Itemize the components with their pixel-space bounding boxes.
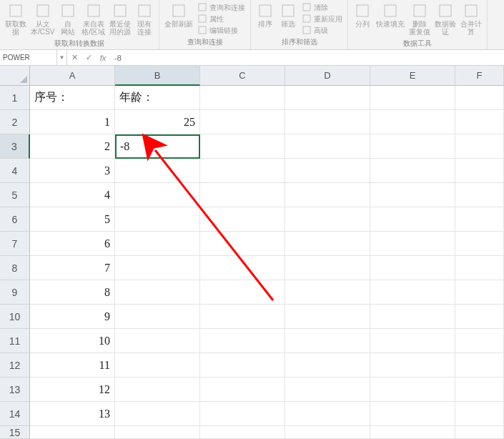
cell-D4[interactable]: [285, 159, 370, 183]
cell-C1[interactable]: [200, 86, 285, 110]
cell-F6[interactable]: [455, 207, 504, 232]
text-to-cols-button[interactable]: 分列: [351, 1, 374, 29]
cell-C6[interactable]: [200, 207, 285, 232]
cell-B5[interactable]: [115, 183, 200, 207]
column-header-E[interactable]: E: [370, 66, 455, 86]
cell-F11[interactable]: [455, 329, 504, 353]
existing-conn-button[interactable]: 现有 连接: [133, 1, 156, 37]
sort-button[interactable]: 排序: [254, 1, 277, 29]
column-header-B[interactable]: B: [115, 66, 200, 86]
row-header-6[interactable]: 6: [0, 207, 30, 232]
cell-C8[interactable]: [200, 256, 285, 280]
cell-E15[interactable]: [370, 426, 455, 439]
cell-B7[interactable]: [115, 232, 200, 256]
row-header-10[interactable]: 10: [0, 305, 30, 329]
column-header-C[interactable]: C: [200, 66, 285, 86]
properties-button[interactable]: 属性: [195, 13, 247, 24]
cell-A1[interactable]: 序号：: [30, 86, 115, 110]
cell-A9[interactable]: 8: [30, 280, 115, 305]
cell-F13[interactable]: [455, 378, 504, 402]
column-header-D[interactable]: D: [285, 66, 370, 86]
row-header-7[interactable]: 7: [0, 232, 30, 256]
cell-D6[interactable]: [285, 207, 370, 232]
from-web-button[interactable]: 自 网站: [56, 1, 79, 37]
row-header-5[interactable]: 5: [0, 183, 30, 207]
cell-E3[interactable]: [370, 134, 455, 159]
formula-input[interactable]: -8: [110, 54, 504, 62]
cell-B13[interactable]: [115, 378, 200, 402]
cells-area[interactable]: 序号：年龄：1252-8345678910111213: [30, 86, 504, 439]
remove-dup-button[interactable]: 删除 重复值: [407, 1, 433, 37]
cell-E13[interactable]: [370, 378, 455, 402]
confirm-edit-button[interactable]: ✓: [81, 53, 96, 62]
cell-D7[interactable]: [285, 232, 370, 256]
cell-A2[interactable]: 1: [30, 110, 115, 134]
cell-B14[interactable]: [115, 402, 200, 426]
row-header-11[interactable]: 11: [0, 329, 30, 353]
row-header-1[interactable]: 1: [0, 86, 30, 110]
cell-C5[interactable]: [200, 183, 285, 207]
cell-E2[interactable]: [370, 110, 455, 134]
cell-A15[interactable]: [30, 426, 115, 439]
cell-D2[interactable]: [285, 110, 370, 134]
queries-conn-button[interactable]: 查询和连接: [195, 1, 247, 13]
row-header-2[interactable]: 2: [0, 110, 30, 134]
cell-C12[interactable]: [200, 353, 285, 378]
filter-button[interactable]: 筛选: [277, 1, 300, 29]
cell-D9[interactable]: [285, 280, 370, 305]
cell-C11[interactable]: [200, 329, 285, 353]
cell-E1[interactable]: [370, 86, 455, 110]
cell-D15[interactable]: [285, 426, 370, 439]
cell-E5[interactable]: [370, 183, 455, 207]
cell-D10[interactable]: [285, 305, 370, 329]
cell-B6[interactable]: [115, 207, 200, 232]
cell-F15[interactable]: [455, 426, 504, 439]
cell-F9[interactable]: [455, 280, 504, 305]
row-header-13[interactable]: 13: [0, 378, 30, 402]
cell-F2[interactable]: [455, 110, 504, 134]
cell-E8[interactable]: [370, 256, 455, 280]
cell-F8[interactable]: [455, 256, 504, 280]
cell-B11[interactable]: [115, 329, 200, 353]
get-data-button[interactable]: 获取数 据: [3, 1, 29, 37]
cell-F5[interactable]: [455, 183, 504, 207]
insert-function-button[interactable]: fx: [96, 54, 110, 62]
cell-D1[interactable]: [285, 86, 370, 110]
row-header-8[interactable]: 8: [0, 256, 30, 280]
cell-A12[interactable]: 11: [30, 353, 115, 378]
cell-C13[interactable]: [200, 378, 285, 402]
column-header-A[interactable]: A: [30, 66, 115, 86]
cancel-edit-button[interactable]: ✕: [67, 53, 81, 62]
cell-A14[interactable]: 13: [30, 402, 115, 426]
cell-C14[interactable]: [200, 402, 285, 426]
name-box-dropdown[interactable]: ▼: [57, 50, 67, 65]
advanced-button[interactable]: 高级: [300, 24, 345, 36]
select-all-corner[interactable]: [0, 66, 30, 86]
cell-E4[interactable]: [370, 159, 455, 183]
cell-E12[interactable]: [370, 353, 455, 378]
cell-C15[interactable]: [200, 426, 285, 439]
cell-F12[interactable]: [455, 353, 504, 378]
cell-B3[interactable]: -8: [115, 134, 200, 159]
cell-C2[interactable]: [200, 110, 285, 134]
cell-A7[interactable]: 6: [30, 232, 115, 256]
name-box[interactable]: POWER: [0, 50, 57, 65]
cell-C10[interactable]: [200, 305, 285, 329]
from-table-range-button[interactable]: 来自表 格/区域: [79, 1, 107, 37]
refresh-all-button[interactable]: 全部刷新: [162, 1, 195, 29]
cell-D11[interactable]: [285, 329, 370, 353]
cell-E14[interactable]: [370, 402, 455, 426]
row-header-3[interactable]: 3: [0, 134, 30, 159]
cell-B1[interactable]: 年龄：: [115, 86, 200, 110]
cell-F1[interactable]: [455, 86, 504, 110]
cell-B10[interactable]: [115, 305, 200, 329]
cell-D3[interactable]: [285, 134, 370, 159]
cell-D13[interactable]: [285, 378, 370, 402]
flash-fill-button[interactable]: 快速填充: [374, 1, 407, 29]
cell-B15[interactable]: [115, 426, 200, 439]
reapply-button[interactable]: 重新应用: [300, 13, 345, 24]
cell-A3[interactable]: 2: [30, 134, 115, 159]
row-header-14[interactable]: 14: [0, 402, 30, 426]
cell-A6[interactable]: 5: [30, 207, 115, 232]
cell-B12[interactable]: [115, 353, 200, 378]
